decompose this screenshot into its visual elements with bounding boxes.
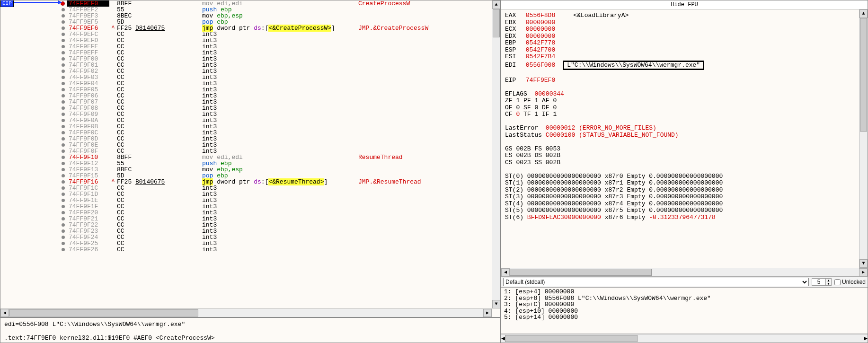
- mnemonic-cell: int3: [202, 31, 358, 37]
- gutter-dot-icon: [62, 168, 65, 171]
- gutter-dot-icon: [62, 180, 65, 184]
- segment-row: GS 002B FS 0053: [505, 146, 859, 153]
- fpu-row: ST(0) 00000000000000000000 x87r0 Empty 0…: [505, 173, 859, 180]
- scroll-thumb[interactable]: [9, 309, 198, 317]
- spacer: [505, 118, 859, 125]
- scroll-down-icon[interactable]: ▼: [859, 259, 868, 268]
- arg-count-input[interactable]: [812, 279, 825, 285]
- gutter-dot-icon: [62, 113, 65, 116]
- jump-mark: [109, 74, 117, 80]
- jump-mark: [109, 234, 117, 240]
- gutter-dot-icon: [62, 76, 65, 79]
- mnemonic-cell: jmp dword ptr ds:[<&ResumeThread>]: [202, 179, 358, 185]
- jump-mark: [109, 44, 117, 50]
- chevron-up-icon[interactable]: ▲: [826, 279, 831, 282]
- scroll-up-icon[interactable]: ▲: [492, 0, 500, 9]
- eflags: EFLAGS 00000344: [505, 91, 859, 98]
- comment-cell: [358, 87, 492, 93]
- comment-cell: [358, 74, 492, 80]
- gutter-dot-icon: [62, 63, 65, 67]
- stack-hscroll[interactable]: ◀ ▶: [501, 334, 868, 343]
- scroll-right-icon[interactable]: ▶: [859, 268, 868, 276]
- gutter-dot-icon: [62, 193, 65, 196]
- registers-hscroll[interactable]: ◀ ▶: [501, 268, 868, 276]
- stack-arg-row: 4: [esp+10] 00000000: [504, 308, 865, 315]
- unlocked-checkbox[interactable]: Unlocked: [834, 279, 866, 285]
- segment-row: ES 002B DS 002B: [505, 152, 859, 159]
- spacer: [505, 139, 859, 146]
- registers-vscroll[interactable]: ▲ ▼: [859, 9, 868, 268]
- bytes-cell: CC: [117, 228, 202, 234]
- comment-cell: [358, 222, 492, 228]
- fpu-row: ST(4) 00000000000000000000 x87r4 Empty 0…: [505, 201, 859, 208]
- gutter-dot-icon: [62, 39, 65, 42]
- register-ecx: ECX 00000000: [505, 26, 859, 33]
- last-status: LastStatus C0000100 (STATUS_VARIABLE_NOT…: [505, 132, 859, 139]
- comment-cell: JMP.&ResumeThread: [358, 179, 492, 185]
- bytes-cell: CC: [117, 44, 202, 50]
- jump-mark: [109, 197, 117, 203]
- mnemonic-cell: int3: [202, 87, 358, 93]
- comment-cell: [358, 246, 492, 253]
- jump-mark: [109, 154, 117, 160]
- stack-arg-row: 1: [esp+4] 00000000: [504, 289, 865, 295]
- comment-cell: [358, 111, 492, 117]
- last-error: LastError 00000012 (ERROR_NO_MORE_FILES): [505, 125, 859, 132]
- stack-args-view[interactable]: 1: [esp+4] 000000002: [esp+8] 0556F008 L…: [501, 288, 868, 334]
- scroll-left-icon[interactable]: ◀: [501, 268, 510, 276]
- jump-mark: [109, 148, 117, 154]
- chevron-down-icon[interactable]: ▼: [826, 282, 831, 285]
- mnemonic-cell: int3: [202, 228, 358, 234]
- scroll-thumb[interactable]: [505, 335, 638, 342]
- jump-mark: [109, 80, 117, 87]
- gutter-dot-icon: [62, 174, 65, 177]
- jump-mark: [109, 216, 117, 222]
- scroll-thumb[interactable]: [493, 9, 500, 37]
- scroll-up-icon[interactable]: ▲: [859, 9, 868, 18]
- jump-mark: [109, 7, 117, 13]
- jump-mark: [109, 50, 117, 56]
- scroll-right-icon[interactable]: ▶: [483, 309, 492, 317]
- mnemonic-cell: int3: [202, 246, 358, 253]
- bytes-cell: CC: [117, 185, 202, 191]
- jump-mark: [109, 31, 117, 37]
- bytes-cell: CC: [117, 93, 202, 99]
- hide-fpu-button[interactable]: Hide FPU: [501, 0, 868, 9]
- disasm-row[interactable]: 74FF9F26CCint3: [0, 246, 492, 253]
- comment-cell: [358, 136, 492, 142]
- comment-cell: [358, 142, 492, 148]
- scroll-thumb[interactable]: [510, 269, 652, 276]
- gutter-dot-icon: [62, 199, 65, 202]
- scroll-down-icon[interactable]: ▼: [492, 300, 500, 308]
- jump-mark: [109, 136, 117, 142]
- gutter-dot-icon: [62, 143, 65, 147]
- comment-cell: [358, 123, 492, 130]
- comment-cell: [358, 167, 492, 173]
- bytes-cell: CC: [117, 117, 202, 123]
- scroll-left-icon[interactable]: ◀: [0, 309, 9, 317]
- register-edx: EDX 00000000: [505, 33, 859, 40]
- scroll-thumb[interactable]: [860, 18, 867, 132]
- gutter-dot-icon: [62, 137, 65, 141]
- registers-view[interactable]: EAX 0556F8D8<&LoadLibraryA>EBX 00000000E…: [501, 9, 868, 268]
- comment-cell: [358, 234, 492, 240]
- disasm-hscroll[interactable]: ◀ ▶: [0, 308, 492, 317]
- mnemonic-cell: int3: [202, 62, 358, 68]
- scroll-left-icon[interactable]: ◀: [501, 334, 505, 343]
- comment-cell: [358, 99, 492, 105]
- scroll-right-icon[interactable]: ▶: [864, 334, 868, 343]
- arg-count-stepper[interactable]: ▲▼: [812, 278, 832, 286]
- edi-path-box: L"C:\\Windows\\SysWOW64\\wermgr.exe": [563, 61, 704, 70]
- jump-mark: [109, 111, 117, 117]
- gutter-dot-icon: [62, 57, 65, 61]
- gutter-dot-icon: [62, 156, 65, 159]
- mnemonic-cell: int3: [202, 136, 358, 142]
- calling-convention-select[interactable]: Default (stdcall): [503, 278, 809, 286]
- disassembly-view[interactable]: EIP74FF9EF08BFFmov edi,ediCreateProcessW…: [0, 0, 500, 317]
- mnemonic-cell: int3: [202, 216, 358, 222]
- status-line-2: .text:74FF9EF0 kernel32.dll:$19EF0 #AEF0…: [4, 334, 496, 342]
- stack-arg-row: 3: [esp+C] 00000000: [504, 301, 865, 308]
- mnemonic-cell: int3: [202, 74, 358, 80]
- gutter-dot-icon: [62, 106, 65, 110]
- disasm-vscroll[interactable]: ▲ ▼: [492, 0, 500, 308]
